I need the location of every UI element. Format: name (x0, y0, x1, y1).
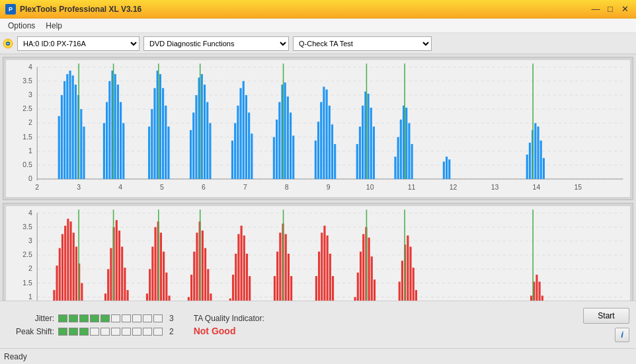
svg-text:4: 4 (28, 63, 32, 71)
svg-text:4: 4 (28, 208, 32, 216)
svg-rect-125 (540, 141, 542, 179)
svg-rect-114 (408, 123, 410, 179)
peak-seg-3 (79, 328, 89, 336)
svg-text:15: 15 (575, 183, 582, 191)
close-button[interactable]: ✕ (619, 3, 631, 15)
menu-options[interactable]: Options (3, 20, 40, 32)
svg-rect-71 (201, 74, 203, 179)
svg-text:0: 0 (28, 174, 32, 182)
svg-rect-103 (362, 106, 364, 179)
svg-rect-115 (411, 144, 413, 179)
svg-rect-79 (239, 88, 241, 179)
svg-text:3: 3 (28, 91, 32, 98)
menu-help[interactable]: Help (40, 20, 67, 32)
svg-rect-47 (83, 127, 85, 179)
svg-point-2 (7, 43, 9, 44)
svg-rect-63 (162, 88, 164, 179)
svg-rect-38 (58, 116, 60, 179)
svg-rect-120 (526, 155, 528, 179)
jitter-seg-1 (58, 314, 67, 322)
svg-rect-59 (151, 109, 153, 179)
jitter-seg-7 (122, 314, 131, 322)
svg-rect-101 (356, 144, 358, 179)
svg-rect-107 (373, 127, 375, 179)
info-button[interactable]: i (615, 328, 629, 342)
svg-text:1: 1 (28, 147, 32, 155)
svg-rect-54 (117, 85, 119, 179)
app-icon: P (5, 4, 16, 15)
svg-text:2: 2 (28, 118, 32, 126)
svg-rect-91 (292, 135, 294, 179)
svg-rect-111 (400, 120, 402, 179)
test-select[interactable]: Q-Check TA Test (293, 36, 432, 51)
svg-rect-99 (331, 124, 333, 179)
status-text: Ready (4, 352, 27, 361)
svg-text:3: 3 (77, 183, 81, 191)
function-select[interactable]: DVD Diagnostic Functions (143, 36, 289, 51)
window-controls: — □ ✕ (590, 3, 631, 15)
svg-text:1.5: 1.5 (22, 133, 32, 141)
svg-text:12: 12 (450, 183, 457, 191)
metrics-section: Jitter: 3 Peak Shift: (7, 314, 174, 336)
svg-text:2: 2 (28, 264, 32, 272)
jitter-seg-2 (69, 314, 78, 322)
top-chart-container: 4 3.5 3 2.5 2 1.5 1 0.5 0 2 3 4 5 6 7 (3, 57, 633, 200)
svg-rect-67 (190, 130, 192, 179)
svg-rect-60 (153, 88, 155, 179)
svg-rect-49 (103, 123, 105, 179)
peak-shift-label: Peak Shift: (7, 327, 54, 336)
svg-rect-58 (148, 127, 150, 179)
svg-rect-50 (106, 102, 108, 179)
svg-rect-102 (359, 127, 361, 179)
svg-rect-88 (284, 83, 286, 179)
peak-seg-10 (153, 328, 163, 336)
peak-seg-7 (122, 328, 131, 336)
jitter-label: Jitter: (7, 314, 54, 323)
svg-rect-81 (245, 95, 247, 179)
svg-rect-65 (167, 127, 169, 179)
peak-seg-2 (69, 328, 78, 336)
ta-quality-value: Not Good (194, 326, 264, 336)
ta-quality-label: TA Quality Indicator: (194, 314, 264, 323)
svg-rect-95 (320, 102, 322, 179)
svg-rect-62 (159, 74, 161, 179)
jitter-seg-9 (143, 314, 152, 322)
peak-seg-9 (143, 328, 152, 336)
svg-rect-106 (370, 108, 372, 179)
svg-rect-73 (206, 102, 208, 179)
svg-text:13: 13 (491, 183, 499, 191)
svg-rect-68 (192, 112, 194, 179)
svg-rect-84 (273, 137, 275, 179)
jitter-seg-6 (111, 314, 120, 322)
start-button[interactable]: Start (583, 308, 629, 324)
svg-rect-86 (278, 102, 280, 179)
svg-rect-51 (108, 81, 110, 179)
jitter-seg-10 (153, 314, 163, 322)
svg-rect-113 (405, 108, 407, 179)
svg-rect-124 (537, 127, 539, 179)
svg-rect-118 (446, 157, 448, 179)
svg-rect-96 (323, 87, 325, 179)
minimize-button[interactable]: — (590, 3, 602, 15)
peak-seg-5 (100, 328, 110, 336)
svg-text:4: 4 (118, 183, 122, 191)
svg-rect-117 (443, 162, 445, 179)
jitter-seg-3 (79, 314, 89, 322)
svg-text:2.5: 2.5 (22, 250, 32, 258)
svg-rect-78 (237, 106, 239, 179)
drive-select[interactable]: HA:0 ID:0 PX-716A (17, 36, 139, 51)
top-chart-svg: 4 3.5 3 2.5 2 1.5 1 0.5 0 2 3 4 5 6 7 (6, 60, 630, 197)
svg-rect-94 (317, 122, 319, 179)
svg-rect-85 (276, 120, 278, 179)
maximize-button[interactable]: □ (604, 3, 616, 15)
svg-rect-93 (315, 141, 317, 179)
peak-shift-progress (58, 328, 163, 336)
svg-rect-109 (394, 157, 396, 179)
svg-text:11: 11 (408, 183, 416, 191)
svg-rect-53 (114, 74, 116, 179)
svg-rect-123 (534, 123, 536, 179)
peak-seg-8 (132, 328, 141, 336)
svg-rect-121 (529, 143, 531, 179)
svg-rect-55 (120, 102, 122, 179)
svg-text:3.5: 3.5 (22, 222, 32, 230)
